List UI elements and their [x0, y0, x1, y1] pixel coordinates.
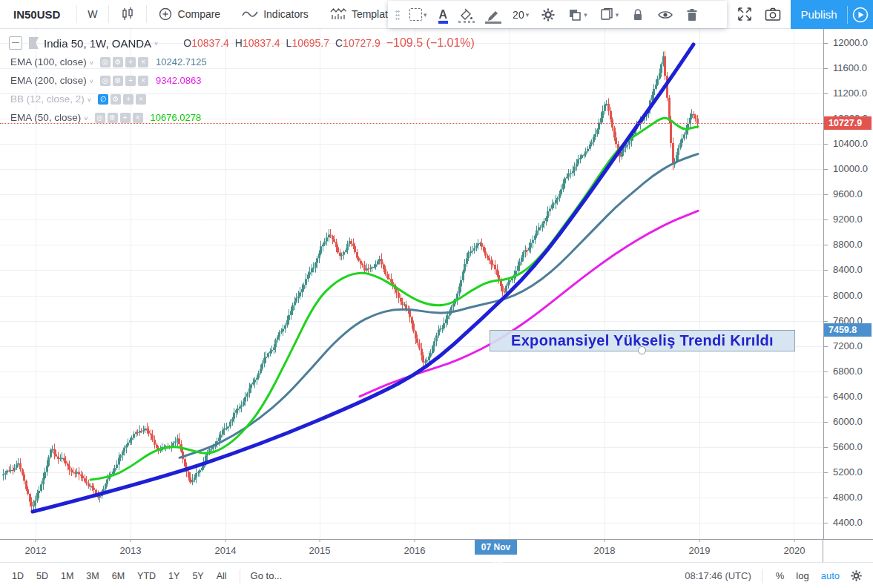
ohlc-value: 10837.4 — [243, 37, 280, 49]
ohlc-key: H — [235, 37, 243, 49]
interval-button[interactable]: W — [77, 0, 108, 28]
indicator-buttons: ∅⚙+× — [98, 94, 146, 105]
ohlc-key: O — [183, 37, 191, 49]
wave-icon — [241, 6, 259, 22]
snapshot-button[interactable] — [760, 0, 786, 28]
publish-button[interactable]: Publish — [791, 8, 847, 21]
indicator-row: EMA (200, close)˅◎⚙+×9342.0863 — [0, 71, 475, 90]
time-tick-label: 2018 — [594, 545, 616, 556]
annotation-anchor-handle[interactable] — [638, 346, 646, 354]
symbol-flag-icon[interactable] — [29, 37, 39, 49]
indicator-label[interactable]: EMA (100, close) — [10, 56, 87, 67]
compare-plus-icon — [157, 6, 174, 22]
marker-pen-icon — [486, 8, 501, 22]
chevron-down-icon[interactable]: ˅ — [90, 59, 93, 67]
gear-icon — [850, 569, 863, 582]
top-toolbar: IN50USD W Compare Indicators — [0, 0, 873, 29]
gray-underline — [485, 22, 501, 24]
clone-button[interactable]: ▾ — [593, 3, 625, 27]
range-button-3m[interactable]: 3M — [86, 571, 99, 581]
indicator-settings-icon[interactable]: ⚙ — [113, 57, 123, 67]
chart-style-button[interactable] — [109, 0, 146, 28]
chevron-down-icon: ▾ — [616, 11, 619, 19]
time-tick-label: 2013 — [120, 545, 142, 556]
selection-style-button[interactable]: ▾ — [403, 3, 433, 27]
indicator-label[interactable]: EMA (50, close) — [10, 112, 81, 123]
indicator-row: EMA (50, close)˅◎⚙+×10676.0278 — [0, 108, 475, 127]
range-button-all[interactable]: All — [217, 571, 227, 581]
indicator-settings-icon[interactable]: ⚙ — [111, 94, 121, 105]
legend-collapse-button[interactable] — [9, 36, 22, 50]
indicator-settings-icon[interactable]: ⚙ — [108, 113, 118, 123]
indicator-label[interactable]: BB (12, close, 2) — [10, 93, 85, 105]
axis-corner — [823, 540, 873, 562]
chevron-down-icon: ▾ — [424, 11, 427, 19]
chevron-down-icon[interactable]: ˅ — [154, 40, 158, 47]
add-indicator-icon[interactable]: + — [125, 57, 136, 67]
range-button-6m[interactable]: 6M — [112, 571, 125, 581]
drag-dots-icon — [395, 10, 400, 20]
add-indicator-icon[interactable]: + — [123, 94, 134, 105]
chevron-down-icon[interactable]: ˅ — [84, 115, 88, 122]
range-button-ytd[interactable]: YTD — [137, 571, 156, 581]
delete-button[interactable] — [679, 3, 705, 27]
symbol-title[interactable]: India 50, 1W, OANDA — [44, 37, 151, 50]
price-tick-label: 6400.0 — [824, 391, 863, 403]
symbol-button[interactable]: IN50USD — [0, 0, 76, 28]
compare-label: Compare — [178, 8, 221, 20]
price-tick-label: 4400.0 — [824, 517, 863, 529]
indicator-settings-icon[interactable]: ⚙ — [113, 76, 123, 86]
remove-indicator-icon[interactable]: × — [133, 113, 143, 123]
chevron-down-icon: ▾ — [584, 11, 587, 19]
trash-icon — [685, 7, 699, 22]
clock-display[interactable]: 08:17:46 (UTC) — [685, 570, 751, 581]
range-button-5y[interactable]: 5Y — [192, 571, 203, 581]
remove-indicator-icon[interactable]: × — [136, 94, 146, 105]
time-tick-label: 2019 — [689, 545, 711, 556]
goto-button[interactable]: Go to... — [251, 570, 283, 581]
add-indicator-icon[interactable]: + — [125, 76, 136, 86]
auto-scale-button[interactable]: auto — [821, 570, 840, 581]
fill-color-button[interactable] — [453, 3, 480, 27]
chevron-down-icon[interactable]: ˅ — [88, 96, 91, 104]
lock-button[interactable] — [625, 3, 651, 27]
chevron-down-icon[interactable]: ˅ — [90, 78, 93, 85]
remove-indicator-icon[interactable]: × — [138, 57, 148, 67]
settings-button[interactable] — [535, 3, 561, 27]
compare-button[interactable]: Compare — [147, 0, 231, 28]
ideas-stream-button[interactable] — [848, 5, 873, 24]
ohlc-values: O10837.4H10837.4L10695.7C10727.9 — [177, 37, 380, 49]
log-scale-button[interactable]: log — [796, 570, 808, 581]
time-axis[interactable]: 20122013201420152016201820192020 07 Nov … — [0, 539, 873, 563]
font-size-dropdown[interactable]: 20 ▾ — [507, 3, 535, 27]
toolbar-drag-handle[interactable] — [392, 3, 403, 27]
range-button-1m[interactable]: 1M — [61, 571, 73, 581]
visibility-button[interactable] — [651, 3, 679, 27]
ohlc-value: 10727.9 — [343, 37, 381, 49]
text-color-button[interactable]: A — [433, 3, 454, 27]
toggle-visibility-icon[interactable]: ◎ — [100, 57, 111, 67]
indicators-button[interactable]: Indicators — [231, 0, 319, 28]
indicator-value: 10676.0278 — [151, 112, 202, 123]
range-button-5d[interactable]: 5D — [36, 571, 48, 581]
indicator-label[interactable]: EMA (200, close) — [10, 75, 87, 86]
remove-indicator-icon[interactable]: × — [138, 76, 148, 86]
price-axis[interactable]: 12000.011600.011200.010800.010400.010000… — [823, 29, 873, 539]
publish-section: Publish — [791, 0, 873, 29]
range-button-1y[interactable]: 1Y — [168, 571, 179, 581]
toggle-visibility-icon[interactable]: ◎ — [95, 113, 105, 123]
border-color-button[interactable] — [480, 3, 507, 27]
toggle-visibility-icon[interactable]: ∅ — [98, 94, 108, 105]
order-button[interactable]: ▾ — [561, 3, 593, 27]
add-indicator-icon[interactable]: + — [120, 113, 131, 123]
percent-scale-button[interactable]: % — [776, 570, 785, 581]
indicators-label: Indicators — [263, 8, 309, 20]
drawing-format-toolbar: ▾ A 20 ▾ — [388, 1, 727, 28]
axis-settings-button[interactable] — [850, 569, 863, 582]
font-size-value: 20 — [513, 9, 524, 21]
range-button-1d[interactable]: 1D — [12, 571, 24, 581]
time-tick-label: 2012 — [25, 545, 47, 556]
toggle-visibility-icon[interactable]: ◎ — [100, 76, 111, 86]
fullscreen-button[interactable] — [731, 0, 758, 28]
indicator-buttons: ◎⚙+× — [95, 113, 143, 123]
